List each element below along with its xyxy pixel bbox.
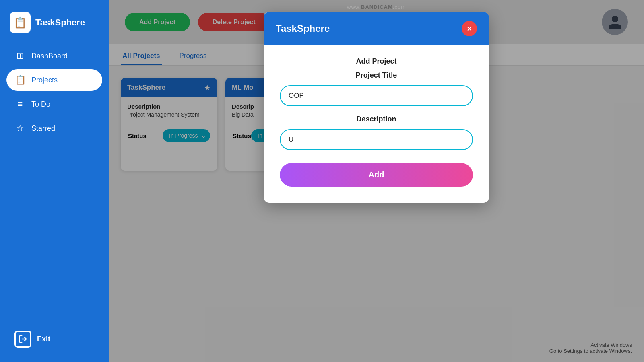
project-title-input[interactable] <box>280 85 473 106</box>
modal-project-title-label: Project Title <box>280 71 473 80</box>
todo-icon: ≡ <box>14 99 26 109</box>
exit-button[interactable]: Exit <box>0 324 109 354</box>
sidebar-item-projects-label: Projects <box>31 76 58 84</box>
sidebar-logo: 📋 TaskSphere <box>0 8 109 45</box>
sidebar: 📋 TaskSphere ⊞ DashBoard 📋 Projects ≡ To… <box>0 0 109 362</box>
starred-icon: ☆ <box>14 123 26 134</box>
app-title: TaskSphere <box>35 17 85 28</box>
modal-add-button[interactable]: Add <box>280 163 473 187</box>
modal-close-button[interactable]: × <box>462 21 477 36</box>
sidebar-item-dashboard[interactable]: ⊞ DashBoard <box>6 45 102 67</box>
modal-description-label: Description <box>280 115 473 123</box>
modal-header: TaskSphere × <box>264 12 489 45</box>
modal-overlay: TaskSphere × Add Project Project Title D… <box>109 0 644 362</box>
exit-label: Exit <box>37 335 50 343</box>
modal-form-title: Add Project <box>280 57 473 66</box>
add-project-modal: TaskSphere × Add Project Project Title D… <box>264 12 489 203</box>
project-description-input[interactable] <box>280 129 473 150</box>
sidebar-nav: ⊞ DashBoard 📋 Projects ≡ To Do ☆ Starred <box>0 45 109 324</box>
sidebar-item-starred[interactable]: ☆ Starred <box>6 117 102 139</box>
dashboard-icon: ⊞ <box>14 51 26 61</box>
modal-body: Add Project Project Title Description Ad… <box>264 45 489 203</box>
sidebar-item-starred-label: Starred <box>31 124 55 133</box>
sidebar-item-todo-label: To Do <box>31 100 50 109</box>
main-content: www.BANDICAM.com Add Project Delete Proj… <box>109 0 644 362</box>
sidebar-item-dashboard-label: DashBoard <box>31 52 68 60</box>
logo-icon: 📋 <box>10 12 31 33</box>
modal-header-title: TaskSphere <box>276 23 330 34</box>
projects-icon: 📋 <box>14 75 26 85</box>
sidebar-item-projects[interactable]: 📋 Projects <box>6 69 102 91</box>
sidebar-item-todo[interactable]: ≡ To Do <box>6 93 102 115</box>
exit-icon <box>14 331 31 348</box>
